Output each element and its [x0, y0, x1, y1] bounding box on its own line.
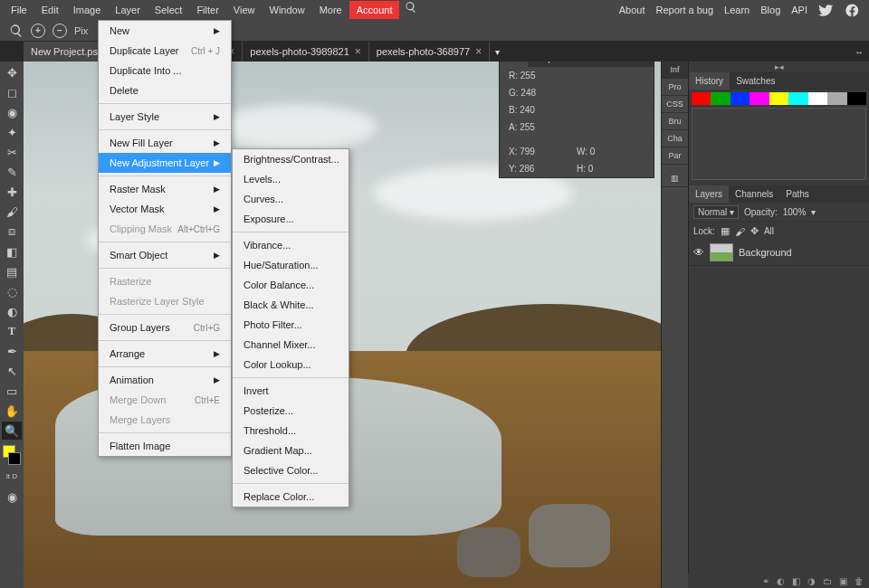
history-list[interactable]: [692, 108, 866, 180]
menuitem-group-layers[interactable]: Group LayersCtrl+G: [99, 318, 231, 337]
menu-more[interactable]: More: [312, 1, 349, 19]
blend-mode-dropdown[interactable]: Normal ▾: [693, 205, 739, 219]
menu-filter[interactable]: Filter: [189, 1, 225, 19]
visibility-icon[interactable]: 👁: [693, 246, 704, 259]
tab-history[interactable]: History: [689, 72, 730, 90]
submenuitem-photo-filter-[interactable]: Photo Filter...: [233, 315, 349, 335]
shape-tool[interactable]: ▭: [2, 382, 22, 400]
submenuitem-hue-saturation-[interactable]: Hue/Saturation...: [233, 255, 349, 275]
menuitem-duplicate-layer[interactable]: Duplicate LayerCtrl + J: [99, 41, 231, 61]
midtab-brush[interactable]: Bru: [662, 113, 688, 130]
zoom-tool[interactable]: 🔍: [2, 422, 22, 440]
lasso-tool[interactable]: ◉: [2, 103, 22, 121]
link-learn[interactable]: Learn: [724, 5, 750, 15]
mask-icon[interactable]: ◧: [792, 576, 800, 586]
wand-tool[interactable]: ✦: [2, 123, 22, 141]
submenuitem-levels-[interactable]: Levels...: [233, 169, 349, 189]
lock-all[interactable]: All: [764, 226, 774, 236]
marquee-tool[interactable]: ◻: [2, 83, 22, 101]
submenuitem-vibrance-[interactable]: Vibrance...: [233, 235, 349, 255]
lock-transparent-icon[interactable]: ▦: [721, 225, 730, 237]
menuitem-layer-style[interactable]: Layer Style▶: [99, 107, 231, 127]
close-icon[interactable]: ×: [355, 45, 361, 58]
submenuitem-exposure-[interactable]: Exposure...: [233, 209, 349, 229]
stamp-tool[interactable]: ⧈: [2, 223, 22, 241]
panel-collapse-icon[interactable]: ▸◂: [689, 62, 869, 72]
hand-tool[interactable]: ✋: [2, 402, 22, 420]
submenuitem-selective-color-[interactable]: Selective Color...: [233, 460, 349, 480]
menuitem-new-adjustment-layer[interactable]: New Adjustment Layer▶: [99, 153, 231, 173]
menuitem-arrange[interactable]: Arrange▶: [99, 344, 231, 364]
midtab-character[interactable]: Cha: [662, 130, 688, 147]
doc-tab-2[interactable]: pexels-photo-3989821×: [243, 42, 369, 62]
zoom-out-button[interactable]: −: [53, 24, 67, 38]
submenuitem-brightness-contrast-[interactable]: Brightness/Contrast...: [233, 149, 349, 169]
move-tool[interactable]: ✥: [2, 63, 22, 81]
opacity-value[interactable]: 100%: [783, 207, 807, 217]
info-tab-info[interactable]: Info: [500, 62, 528, 67]
submenuitem-threshold-[interactable]: Threshold...: [233, 421, 349, 441]
layer-row-background[interactable]: 👁 Background: [689, 240, 869, 266]
path-tool[interactable]: ↖: [2, 362, 22, 380]
brush-tool[interactable]: 🖌: [2, 203, 22, 221]
link-icon[interactable]: ⚭: [762, 576, 769, 586]
close-icon[interactable]: ×: [475, 45, 482, 58]
menuitem-smart-object[interactable]: Smart Object▶: [99, 245, 231, 265]
menu-window[interactable]: Window: [263, 1, 312, 19]
quickmask-tool[interactable]: ◉: [2, 488, 22, 506]
link-blog[interactable]: Blog: [760, 5, 780, 15]
dodge-tool[interactable]: ◐: [2, 302, 22, 320]
tab-paths[interactable]: Paths: [779, 185, 816, 203]
new-layer-icon[interactable]: ▣: [839, 576, 847, 586]
adjustment-icon[interactable]: ◑: [807, 576, 816, 586]
submenuitem-color-lookup-[interactable]: Color Lookup...: [233, 355, 349, 375]
menuitem-new-fill-layer[interactable]: New Fill Layer▶: [99, 133, 231, 153]
doc-tab-3[interactable]: pexels-photo-368977×: [369, 42, 490, 62]
submenuitem-color-balance-[interactable]: Color Balance...: [233, 275, 349, 295]
menu-layer[interactable]: Layer: [108, 1, 148, 19]
submenuitem-replace-color-[interactable]: Replace Color...: [233, 487, 349, 507]
pen-tool[interactable]: ✒: [2, 342, 22, 360]
submenuitem-posterize-[interactable]: Posterize...: [233, 401, 349, 421]
eraser-tool[interactable]: ◧: [2, 242, 22, 261]
fx-icon[interactable]: ◐: [777, 576, 785, 586]
midtab-paragraph[interactable]: Par: [662, 147, 688, 165]
tab-layers[interactable]: Layers: [689, 185, 729, 203]
delete-icon[interactable]: 🗑: [855, 576, 864, 586]
menuitem-vector-mask[interactable]: Vector Mask▶: [99, 199, 231, 219]
submenuitem-channel-mixer-[interactable]: Channel Mixer...: [233, 335, 349, 355]
submenuitem-curves-[interactable]: Curves...: [233, 189, 349, 209]
menuitem-duplicate-into-[interactable]: Duplicate Into ...: [99, 61, 231, 81]
lock-paint-icon[interactable]: 🖌: [735, 226, 745, 237]
menuitem-delete[interactable]: Delete: [99, 81, 231, 100]
submenuitem-invert[interactable]: Invert: [233, 381, 349, 401]
menuitem-new[interactable]: New▶: [99, 21, 231, 41]
background-color[interactable]: [8, 452, 21, 465]
submenuitem-black-white-[interactable]: Black & White...: [233, 295, 349, 315]
midtab-info[interactable]: Inf: [662, 62, 688, 79]
zoom-tool-icon[interactable]: [9, 24, 24, 38]
link-api[interactable]: API: [791, 5, 807, 15]
menuitem-animation[interactable]: Animation▶: [99, 370, 231, 390]
link-about[interactable]: About: [619, 5, 645, 15]
menu-file[interactable]: File: [4, 1, 34, 19]
link-report-bug[interactable]: Report a bug: [655, 5, 713, 15]
color-swatches[interactable]: [692, 92, 866, 105]
blur-tool[interactable]: ◌: [2, 282, 22, 300]
twitter-icon[interactable]: [818, 3, 834, 18]
menuitem-raster-mask[interactable]: Raster Mask▶: [99, 179, 231, 199]
menu-account[interactable]: Account: [349, 1, 400, 19]
tab-channels[interactable]: Channels: [729, 185, 779, 203]
type-tool[interactable]: T: [2, 322, 22, 340]
lock-move-icon[interactable]: ✥: [750, 225, 759, 237]
info-tab-css[interactable]: CSS: [581, 62, 613, 67]
info-tab-properties[interactable]: Properties: [528, 62, 582, 67]
collapse-icon[interactable]: ↔: [855, 47, 869, 57]
menuitem-flatten-image[interactable]: Flatten Image: [99, 436, 231, 456]
crop-tool[interactable]: ✂: [2, 143, 22, 161]
submenuitem-gradient-map-[interactable]: Gradient Map...: [233, 441, 349, 460]
menu-edit[interactable]: Edit: [34, 1, 66, 19]
heal-tool[interactable]: ✚: [2, 183, 22, 201]
midtab-color[interactable]: ▥: [662, 170, 688, 187]
menu-select[interactable]: Select: [148, 1, 190, 19]
